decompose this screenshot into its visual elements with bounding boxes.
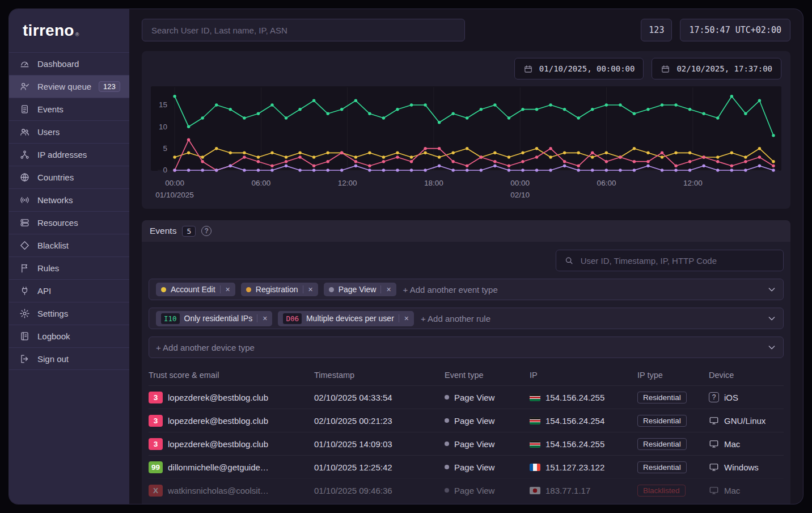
svg-text:02/10: 02/10: [510, 191, 530, 199]
global-search-input[interactable]: [150, 25, 456, 36]
user-email[interactable]: watkinsnicholas@coolsit…: [168, 486, 269, 495]
event-type-chip[interactable]: Account Edit ×: [156, 283, 235, 296]
sidebar-item-review-queue[interactable]: Review queue 123: [9, 75, 129, 98]
sidebar-item-logbook[interactable]: Logbook: [9, 325, 129, 347]
table-row[interactable]: X watkinsnicholas@coolsit… 01/10/2025 09…: [149, 478, 784, 502]
sidebar-item-dashboard[interactable]: Dashboard: [9, 52, 129, 75]
chip-label: Only residential IPs: [184, 314, 253, 323]
sidebar-item-resources[interactable]: Resources: [9, 211, 129, 234]
table-row[interactable]: 99 dillonmichelle@getguide… 01/10/2025 1…: [149, 455, 784, 478]
sidebar-item-label: Resources: [37, 218, 78, 228]
event-type-cell: Page View: [445, 462, 530, 472]
date-to-input[interactable]: 02/10/2025, 17:37:00: [652, 58, 781, 79]
device-label: iOS: [724, 393, 738, 402]
events-table-header: Trust score & emailTimestampEvent typeIP…: [149, 365, 784, 385]
events-icon: [19, 104, 30, 115]
sidebar-item-label: Dashboard: [37, 59, 79, 69]
sidebar-item-networks[interactable]: Networks: [9, 188, 129, 211]
events-search-row: [149, 250, 784, 271]
search-icon: [564, 255, 574, 266]
chevron-down-icon[interactable]: [767, 285, 776, 294]
user-email[interactable]: lopezderek@bestblog.club: [168, 416, 268, 426]
event-timestamp: 01/10/2025 09:46:36: [314, 486, 445, 495]
user-email[interactable]: dillonmichelle@getguide…: [168, 462, 269, 472]
table-row[interactable]: 3 lopezderek@bestblog.club 02/10/2025 04…: [149, 385, 784, 409]
sidebar-item-label: Rules: [37, 263, 59, 273]
ip-address[interactable]: 154.156.24.254: [545, 416, 604, 426]
event-timestamp: 01/10/2025 14:09:03: [314, 439, 445, 449]
event-type-filter[interactable]: Account Edit × Registration × Page View …: [149, 279, 784, 300]
ip-address[interactable]: 183.77.1.17: [545, 486, 590, 495]
remove-chip-icon[interactable]: ×: [220, 285, 230, 293]
chevron-down-icon[interactable]: [767, 343, 776, 352]
rule-filter[interactable]: I10 Only residential IPs × D06 Multiple …: [149, 308, 784, 329]
clock: 17:50:47 UTC+02:00: [680, 19, 790, 41]
events-search[interactable]: [556, 250, 784, 271]
ip-address[interactable]: 154.156.24.255: [545, 393, 604, 402]
events-search-input[interactable]: [580, 255, 775, 266]
event-type-dot: [161, 287, 166, 292]
global-search[interactable]: [142, 19, 465, 41]
date-from-input[interactable]: 01/10/2025, 00:00:00: [514, 58, 644, 79]
column-header[interactable]: IP type: [637, 371, 709, 380]
sidebar-item-rules[interactable]: Rules: [9, 256, 129, 279]
svg-text:15: 15: [159, 101, 167, 110]
event-type-chip[interactable]: Page View ×: [324, 283, 396, 296]
users-icon: [19, 127, 30, 138]
sidebar-item-sign-out[interactable]: Sign out: [9, 347, 129, 370]
user-email[interactable]: lopezderek@bestblog.club: [168, 439, 268, 449]
brand-logo[interactable]: tirreno®: [9, 9, 129, 52]
sidebar-item-countries[interactable]: Countries: [9, 166, 129, 188]
device-type-filter[interactable]: + Add another device type: [149, 337, 784, 358]
add-event-type-button[interactable]: + Add another event type: [403, 285, 498, 295]
sidebar-item-settings[interactable]: Settings: [9, 302, 129, 325]
remove-chip-icon[interactable]: ×: [380, 285, 391, 293]
ip-address[interactable]: 154.156.24.255: [545, 439, 604, 449]
add-device-type-button[interactable]: + Add another device type: [156, 343, 255, 352]
ip-type-cell: Blacklisted: [637, 485, 709, 497]
column-header[interactable]: IP: [530, 371, 637, 380]
user-email[interactable]: lopezderek@bestblog.club: [168, 393, 268, 402]
remove-chip-icon[interactable]: ×: [257, 314, 267, 322]
rule-code-badge: D06: [283, 313, 302, 324]
sidebar-item-users[interactable]: Users: [9, 120, 129, 143]
ip-address[interactable]: 151.127.23.122: [545, 462, 604, 472]
remove-chip-icon[interactable]: ×: [399, 314, 409, 322]
column-header[interactable]: Trust score & email: [149, 371, 314, 380]
svg-text:12:00: 12:00: [338, 179, 357, 187]
chip-label: Multiple devices per user: [306, 314, 394, 323]
sidebar-item-events[interactable]: Events: [9, 98, 129, 120]
sidebar-item-ip-addresses[interactable]: IP addresses: [9, 143, 129, 166]
brand-name: tirreno: [23, 22, 74, 40]
column-header[interactable]: Event type: [445, 371, 530, 380]
help-icon[interactable]: ?: [201, 226, 212, 236]
trust-score-badge: 3: [149, 392, 163, 403]
table-row[interactable]: 3 lopezderek@bestblog.club 02/10/2025 00…: [149, 409, 784, 432]
logbook-icon: [19, 331, 30, 342]
sidebar-item-blacklist[interactable]: Blacklist: [9, 234, 129, 256]
rule-chip[interactable]: D06 Multiple devices per user ×: [278, 311, 414, 326]
column-header[interactable]: Timestamp: [314, 371, 445, 380]
networks-icon: [19, 195, 30, 206]
chart-panel: 01/10/2025, 00:00:00 02/10/2025, 17:37:0…: [142, 51, 790, 209]
events-count-badge: 5: [182, 226, 196, 237]
review-queue-icon: [19, 81, 30, 92]
svg-text:01/10/2025: 01/10/2025: [155, 191, 194, 199]
chevron-down-icon[interactable]: [767, 314, 776, 323]
add-rule-button[interactable]: + Add another rule: [421, 314, 490, 323]
sidebar-item-api[interactable]: API: [9, 279, 129, 302]
remove-chip-icon[interactable]: ×: [303, 285, 313, 293]
table-row[interactable]: 3 lopezderek@bestblog.club 01/10/2025 14…: [149, 432, 784, 455]
chip-label: Page View: [339, 285, 377, 294]
sidebar-item-label: Events: [37, 104, 64, 114]
column-header[interactable]: Device: [709, 371, 784, 380]
device-label: Windows: [724, 462, 759, 472]
trust-score-badge: 3: [149, 438, 163, 450]
queue-count-box[interactable]: 123: [641, 19, 672, 41]
event-type-chip[interactable]: Registration ×: [241, 283, 318, 296]
user-cell: 3 lopezderek@bestblog.club: [149, 392, 314, 403]
ip-cell: 151.127.23.122: [530, 462, 637, 472]
user-cell: 3 lopezderek@bestblog.club: [149, 415, 314, 427]
sidebar-item-label: Settings: [37, 309, 68, 318]
rule-chip[interactable]: I10 Only residential IPs ×: [156, 311, 272, 326]
